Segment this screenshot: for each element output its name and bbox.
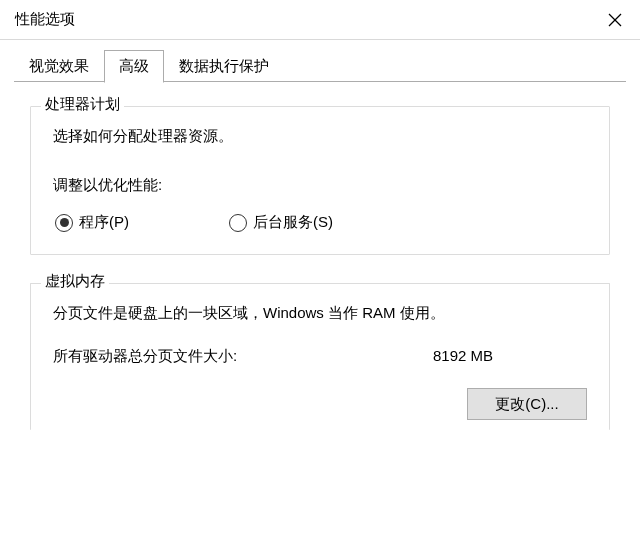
scheduling-description: 选择如何分配处理器资源。 — [53, 127, 587, 146]
vm-description: 分页文件是硬盘上的一块区域，Windows 当作 RAM 使用。 — [53, 304, 587, 323]
radio-programs-label: 程序(P) — [79, 213, 129, 232]
vm-legend: 虚拟内存 — [41, 272, 109, 291]
tab-content: 处理器计划 选择如何分配处理器资源。 调整以优化性能: 程序(P) 后台服务(S… — [0, 82, 640, 430]
tab-strip: 视觉效果 高级 数据执行保护 — [0, 40, 640, 82]
radio-icon — [55, 214, 73, 232]
tab-advanced[interactable]: 高级 — [104, 50, 164, 83]
processor-scheduling-group: 处理器计划 选择如何分配处理器资源。 调整以优化性能: 程序(P) 后台服务(S… — [30, 106, 610, 255]
scheduling-legend: 处理器计划 — [41, 95, 124, 114]
radio-background-services[interactable]: 后台服务(S) — [229, 213, 333, 232]
close-button[interactable] — [590, 0, 640, 40]
vm-size-label: 所有驱动器总分页文件大小: — [53, 347, 433, 366]
tab-dep[interactable]: 数据执行保护 — [164, 50, 284, 82]
close-icon — [608, 13, 622, 27]
radio-icon — [229, 214, 247, 232]
radio-programs[interactable]: 程序(P) — [55, 213, 129, 232]
titlebar: 性能选项 — [0, 0, 640, 40]
scheduling-radios: 程序(P) 后台服务(S) — [53, 213, 587, 232]
vm-size-row: 所有驱动器总分页文件大小: 8192 MB — [53, 347, 587, 366]
virtual-memory-group: 虚拟内存 分页文件是硬盘上的一块区域，Windows 当作 RAM 使用。 所有… — [30, 283, 610, 430]
vm-size-value: 8192 MB — [433, 347, 493, 366]
window-title: 性能选项 — [15, 10, 75, 29]
change-button[interactable]: 更改(C)... — [467, 388, 587, 420]
adjust-label: 调整以优化性能: — [53, 176, 587, 195]
vm-button-row: 更改(C)... — [53, 388, 587, 420]
tab-visual-effects[interactable]: 视觉效果 — [14, 50, 104, 82]
radio-background-label: 后台服务(S) — [253, 213, 333, 232]
